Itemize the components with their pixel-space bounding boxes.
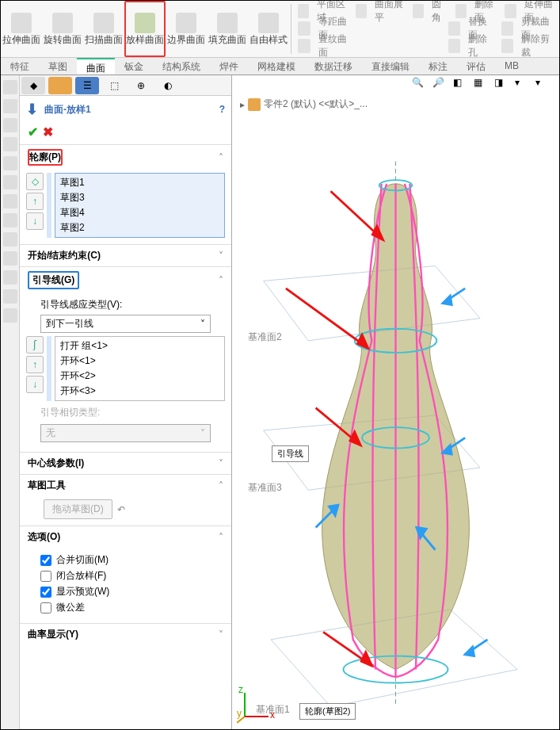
cancel-button[interactable]: ✖ — [43, 124, 53, 140]
ok-button[interactable]: ✔ — [28, 124, 38, 140]
sensing-label: 引导线感应类型(V): — [40, 299, 122, 310]
sidetool-4[interactable] — [3, 137, 17, 151]
profile-down-button[interactable]: ↓ — [26, 212, 44, 230]
chevron-up-icon[interactable]: ˄ — [219, 532, 223, 543]
callout-profile: 轮廓(草图2) — [299, 703, 356, 720]
panel-tab-2[interactable] — [48, 77, 72, 94]
chevron-up-icon[interactable]: ˄ — [219, 275, 223, 286]
panel-tab-6[interactable]: ◐ — [156, 77, 180, 94]
tab-directedit[interactable]: 直接编辑 — [362, 58, 419, 75]
guides-items[interactable]: 打开 组<1> 开环<1> 开环<2> 开环<3> — [55, 336, 225, 401]
sidetool-7[interactable] — [3, 194, 17, 208]
sidetool-5[interactable] — [3, 156, 17, 170]
profile-up-button[interactable]: ↑ — [26, 193, 44, 210]
merge-check[interactable]: 合并切面(M) — [40, 553, 211, 567]
guides-up-button[interactable]: ↑ — [26, 356, 44, 373]
chevron-down-icon[interactable]: ˅ — [219, 250, 223, 262]
sidetool-13[interactable] — [3, 308, 17, 323]
sidetool-10[interactable] — [3, 251, 17, 266]
profile-swap-button[interactable]: ◇ — [26, 173, 44, 190]
tab-surface[interactable]: 曲面 — [77, 58, 115, 75]
tab-mesh[interactable]: 网格建模 — [248, 58, 305, 75]
plane2-label: 基准面2 — [248, 331, 282, 344]
panel-tab-1[interactable]: ◆ — [21, 77, 45, 94]
model-area[interactable]: 基准面2 基准面3 基准面1 引导线 轮廓(草图2) z x y — [232, 117, 559, 729]
feature-header: ⬇ 曲面-放样1 ? — [20, 96, 231, 123]
sidetool-1[interactable] — [3, 80, 17, 94]
close-check[interactable]: 闭合放样(F) — [40, 569, 211, 583]
sidetool-12[interactable] — [3, 289, 17, 304]
tab-features[interactable]: 特征 — [1, 58, 39, 75]
tab-migrate[interactable]: 数据迁移 — [305, 58, 362, 75]
profile-items[interactable]: 草图1 草图3 草图4 草图2 — [55, 173, 225, 238]
side-toolbar — [1, 75, 20, 729]
section-guides-title[interactable]: 引导线(G) — [28, 271, 79, 289]
plane3-label: 基准面3 — [248, 481, 282, 495]
section-centerline-title[interactable]: 中心线参数(I) — [28, 457, 84, 470]
svg-marker-13 — [465, 647, 474, 655]
sidetool-3[interactable] — [3, 118, 17, 132]
tab-weld[interactable]: 焊件 — [210, 58, 248, 75]
sensing-select[interactable]: 到下一引线˅ — [40, 315, 211, 333]
ribbon-freeform[interactable]: 自由样式 — [248, 1, 289, 57]
profile-listbox: ◇ ↑ ↓ 草图1 草图3 草图4 草图2 — [26, 173, 225, 238]
tab-annotate[interactable]: 标注 — [419, 58, 457, 75]
tab-sketch[interactable]: 草图 — [39, 58, 77, 75]
appearance-icon[interactable]: ▾ — [535, 77, 551, 93]
chevron-up-icon[interactable]: ˄ — [219, 152, 223, 163]
chevron-up-icon[interactable]: ˄ — [219, 480, 223, 491]
svg-marker-9 — [443, 296, 451, 304]
section-sketch-tools-title[interactable]: 草图工具 — [28, 479, 66, 492]
ribbon-sweep[interactable]: 扫描曲面 — [83, 1, 124, 57]
panel-tab-3[interactable]: ☰ — [75, 77, 99, 94]
scene-icon[interactable]: ◨ — [494, 77, 510, 93]
help-icon[interactable]: ? — [219, 104, 225, 115]
part-icon — [248, 98, 261, 111]
section-curvature-title[interactable]: 曲率显示(Y) — [28, 628, 78, 641]
breadcrumb[interactable]: ▸零件2 (默认) <<默认>_... — [240, 97, 368, 111]
display-style-icon[interactable]: ▦ — [474, 77, 490, 93]
preview-check[interactable]: 显示预览(W) — [40, 585, 211, 598]
ribbon-extrude[interactable]: 拉伸曲面 — [1, 1, 42, 57]
viewport[interactable]: 🔍 🔎 ◧ ▦ ◨ ▾ ▾ ▸零件2 (默认) <<默认>_... — [232, 75, 559, 729]
sidetool-6[interactable] — [3, 175, 17, 189]
micro-check[interactable]: 微公差 — [40, 601, 211, 614]
sidetool-8[interactable] — [3, 213, 17, 227]
axis-triad-icon: z x y — [237, 685, 276, 724]
callout-guide: 引导线 — [272, 445, 309, 462]
view-orient-icon[interactable]: ◧ — [453, 77, 469, 93]
zoom-fit-icon[interactable]: 🔍 — [412, 77, 428, 93]
ribbon-fill[interactable]: 填充曲面 — [207, 1, 248, 57]
chevron-down-icon[interactable]: ˅ — [219, 458, 223, 469]
sidetool-11[interactable] — [3, 270, 17, 285]
ribbon-loft[interactable]: 放样曲面 — [124, 1, 166, 57]
model-svg — [232, 117, 559, 729]
section-constraint-title[interactable]: 开始/结束约束(C) — [28, 249, 101, 262]
command-tabs: 特征 草图 曲面 钣金 结构系统 焊件 网格建模 数据迁移 直接编辑 标注 评估… — [1, 58, 559, 75]
tab-sheetmetal[interactable]: 钣金 — [115, 58, 153, 75]
ribbon-boundary[interactable]: 边界曲面 — [166, 1, 207, 57]
section-options-title[interactable]: 选项(O) — [28, 530, 60, 544]
hide-show-icon[interactable]: ▾ — [515, 77, 531, 93]
panel-tab-4[interactable]: ⬚ — [102, 77, 126, 94]
panel-actions: ✔ ✖ — [20, 123, 231, 144]
tangent-label: 引导相切类型: — [40, 407, 100, 418]
panel-tab-5[interactable]: ⊕ — [129, 77, 153, 94]
section-profile-title[interactable]: 轮廓(P) — [28, 149, 63, 166]
tab-evaluate[interactable]: 评估 — [457, 58, 495, 75]
zoom-area-icon[interactable]: 🔎 — [432, 77, 448, 93]
sidetool-2[interactable] — [3, 99, 17, 113]
svg-text:x: x — [270, 709, 275, 720]
guides-listbox: ʃ ↑ ↓ 打开 组<1> 开环<1> 开环<2> 开环<3> — [26, 336, 225, 401]
guides-add-button[interactable]: ʃ — [26, 336, 44, 354]
sidetool-9[interactable] — [3, 232, 17, 247]
ribbon-right: 平面区域曲面展平圆角删除面延伸曲面 等距曲面替换面剪裁曲面 直纹曲面删除孔解除剪… — [293, 1, 559, 57]
guides-down-button[interactable]: ↓ — [26, 376, 44, 393]
undo-icon[interactable]: ↶ — [117, 504, 125, 515]
tab-mb[interactable]: MB — [495, 58, 528, 75]
chevron-down-icon[interactable]: ˅ — [219, 629, 223, 640]
viewport-toolbar: 🔍 🔎 ◧ ▦ ◨ ▾ ▾ — [412, 77, 551, 93]
tab-structure[interactable]: 结构系统 — [153, 58, 210, 75]
ribbon-revolve[interactable]: 旋转曲面 — [42, 1, 83, 57]
panel-tabs: ◆ ☰ ⬚ ⊕ ◐ — [20, 75, 231, 96]
